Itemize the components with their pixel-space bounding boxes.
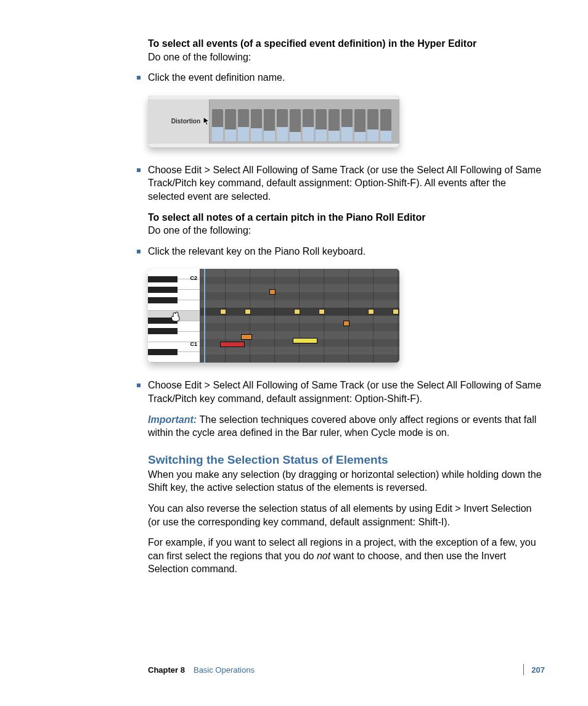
- para-example-not: not: [317, 551, 330, 561]
- bullet-text: Click the event definition name.: [148, 71, 545, 84]
- page-footer: Chapter 8 Basic Operations 207: [148, 664, 545, 675]
- footer-divider: [523, 664, 524, 675]
- heading-switching-selection: Switching the Selection Status of Elemen…: [148, 453, 545, 467]
- section-heading-piano: To select all notes of a certain pitch i…: [148, 211, 545, 237]
- para-example: For example, if you want to select all r…: [148, 536, 545, 576]
- hyper-bars-area[interactable]: [210, 99, 399, 144]
- figure-hyper-editor: Distortion: [148, 96, 545, 147]
- figure-piano-roll: C2 C1: [148, 269, 545, 363]
- important-text: The selection techniques covered above o…: [148, 414, 536, 438]
- piano-roll-grid[interactable]: [200, 269, 399, 363]
- do-one-1: Do one of the following:: [148, 52, 251, 62]
- bullet-mark-icon: [137, 76, 141, 80]
- important-label: Important:: [148, 414, 200, 425]
- footer-chapter-title: Basic Operations: [194, 665, 255, 675]
- bullet-text: Choose Edit > Select All Following of Sa…: [148, 379, 545, 405]
- hyper-label-text: Distortion: [171, 118, 200, 125]
- piano-keyboard[interactable]: C2 C1: [148, 269, 200, 363]
- bullet-mark-icon: [137, 168, 141, 172]
- octave-label-c2: C2: [190, 275, 197, 281]
- bullet-select-all-following-2: Choose Edit > Select All Following of Sa…: [137, 379, 545, 405]
- para-shift-reverse: When you make any selection (by dragging…: [148, 468, 545, 495]
- bullet-text: Choose Edit > Select All Following of Sa…: [148, 163, 545, 203]
- octave-label-c1: C1: [190, 341, 197, 347]
- bullet-click-key: Click the relevant key on the Piano Roll…: [137, 245, 545, 258]
- section-heading-piano-bold: To select all notes of a certain pitch i…: [148, 212, 425, 223]
- bullet-mark-icon: [137, 384, 141, 387]
- bullet-click-event-def: Click the event definition name.: [137, 71, 545, 84]
- important-note: Important: The selection techniques cove…: [148, 413, 545, 440]
- cursor-arrow-icon: [203, 117, 211, 126]
- cursor-hand-icon: [170, 311, 181, 322]
- hyper-event-definition-name[interactable]: Distortion: [148, 99, 210, 144]
- section-heading-hyper-bold: To select all events (of a specified eve…: [148, 38, 476, 49]
- footer-chapter: Chapter 8: [148, 665, 185, 675]
- svg-marker-0: [203, 117, 210, 125]
- bullet-select-all-following-1: Choose Edit > Select All Following of Sa…: [137, 163, 545, 203]
- bullet-text: Click the relevant key on the Piano Roll…: [148, 245, 545, 258]
- section-heading-hyper: To select all events (of a specified eve…: [148, 37, 545, 64]
- bullet-mark-icon: [137, 250, 141, 253]
- do-one-2: Do one of the following:: [148, 225, 251, 236]
- footer-page-number: 207: [531, 665, 545, 675]
- para-invert-selection: You can also reverse the selection statu…: [148, 502, 545, 528]
